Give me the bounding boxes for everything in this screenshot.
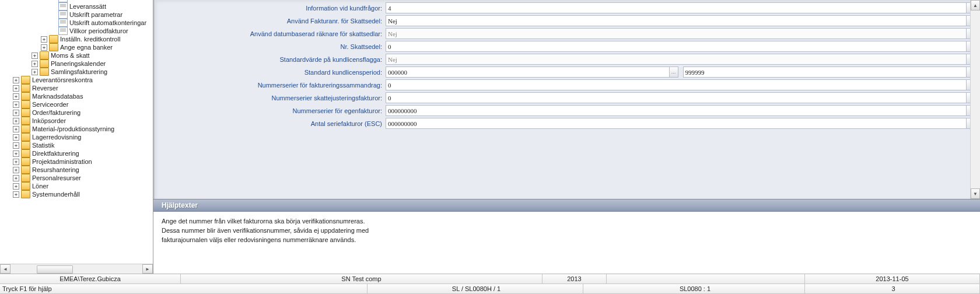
expand-icon[interactable]: + <box>32 61 38 67</box>
tree-item[interactable]: Utskrift automatkonteringar <box>1 19 152 27</box>
tree-item-label: Marknadsdatabas <box>32 92 83 100</box>
form-label: Använd datumbaserad räknare för skattsed… <box>159 30 386 37</box>
form-row: Standard kundlicensperiod:000000…999999 <box>159 66 975 78</box>
tree-item-label: Direktfakturering <box>32 149 79 158</box>
tree-item[interactable]: +Inställn. kreditkontroll <box>1 35 152 43</box>
expand-icon[interactable]: + <box>41 36 47 43</box>
scroll-up-button[interactable]: ▲ <box>971 0 980 10</box>
tree-item-label: Moms & skatt <box>51 51 90 60</box>
form-input[interactable]: 0 <box>386 92 967 103</box>
tree-item[interactable]: +Statistik <box>1 141 152 149</box>
form-label: Använd Fakturanr. för Skattsedel: <box>159 18 386 24</box>
form-row: Nummerserier för egenfakturor:000000000 <box>159 105 975 116</box>
expand-icon[interactable]: + <box>13 77 19 83</box>
expand-icon[interactable]: + <box>13 102 19 108</box>
tree-item-label: Samlingsfakturering <box>51 68 107 76</box>
form-label: Nummerserier för egenfakturor: <box>159 107 386 114</box>
tree-item[interactable]: +Serviceorder <box>1 100 152 108</box>
scroll-left-button[interactable]: ◄ <box>0 264 10 274</box>
expand-icon[interactable]: + <box>13 183 19 190</box>
expand-icon[interactable]: + <box>32 52 38 59</box>
lookup-button[interactable]: … <box>669 66 678 78</box>
form-input[interactable]: 000000 <box>386 66 670 78</box>
form-input[interactable]: 000000000 <box>386 118 967 129</box>
expand-icon[interactable]: + <box>41 44 47 51</box>
helptext-line: Ange det nummer från vilket fakturorna s… <box>162 216 972 226</box>
folder-icon <box>21 141 30 149</box>
expand-icon[interactable]: + <box>32 69 38 75</box>
tree-item[interactable]: +Material-/produktionsstyrning <box>1 125 152 133</box>
expand-icon[interactable]: + <box>13 142 19 149</box>
tree-item-label: Reverser <box>32 84 58 92</box>
form-input[interactable]: 0 <box>386 41 967 52</box>
tree-item[interactable]: +Leverantörsreskontra <box>1 76 152 84</box>
page-icon <box>58 27 68 35</box>
page-icon <box>58 10 68 19</box>
expand-icon[interactable]: + <box>13 150 19 157</box>
expand-icon[interactable]: + <box>13 191 19 198</box>
tree-item[interactable]: +Lagerredovisning <box>1 133 152 141</box>
form-input[interactable]: 0 <box>386 79 967 90</box>
scroll-thumb[interactable] <box>37 265 73 274</box>
tree-horizontal-scrollbar[interactable]: ◄ ► <box>0 264 153 274</box>
form-input[interactable]: 4 <box>386 2 967 13</box>
tree-item[interactable]: +Samlingsfakturering <box>1 68 152 76</box>
tree-item[interactable]: +Systemunderhåll <box>1 190 152 198</box>
status-session: SL0080 : 1 <box>583 284 805 294</box>
scroll-right-button[interactable]: ► <box>142 264 153 274</box>
tree-item[interactable]: +Marknadsdatabas <box>1 92 152 100</box>
tree-item[interactable]: +Inköpsorder <box>1 117 152 125</box>
tree-item[interactable]: +Moms & skatt <box>1 51 152 60</box>
tree-item[interactable]: +Order/fakturering <box>1 108 152 117</box>
expand-icon[interactable]: + <box>13 167 19 173</box>
status-line: 3 <box>805 284 980 294</box>
tree-item[interactable]: Utskrift parametrar <box>1 10 152 19</box>
expand-icon[interactable]: + <box>13 126 19 132</box>
tree-item-label: Planeringskalender <box>51 60 106 68</box>
helptext-header: Hjälptexter <box>153 199 980 212</box>
tree-item[interactable]: +Direktfakturering <box>1 149 152 158</box>
form-select[interactable]: Nej <box>386 15 967 26</box>
folder-icon <box>21 133 30 141</box>
status-user: EMEA\Terez.Gubicza <box>0 274 181 284</box>
tree-item[interactable]: +Ange egna banker <box>1 43 152 51</box>
tree-item[interactable]: +Resurshantering <box>1 166 152 174</box>
form-label: Nummerserier för faktureringssammandrag: <box>159 82 386 89</box>
expand-icon[interactable]: + <box>13 134 19 141</box>
helptext-line: Dessa nummer blir även verifikationsnumm… <box>162 226 972 235</box>
expand-icon[interactable]: + <box>13 159 19 165</box>
tree-item[interactable]: +Planeringskalender <box>1 60 152 68</box>
form-label: Nummerserier skattejusteringsfakturor: <box>159 94 386 102</box>
expand-icon[interactable]: + <box>13 85 19 92</box>
form-row: Nr. Skattsedel:0 <box>159 41 975 52</box>
form-row: Standardvärde på kundlicensflagga:Nej <box>159 54 975 65</box>
expand-icon[interactable]: + <box>13 118 19 124</box>
folder-icon <box>21 92 30 100</box>
folder-icon <box>40 60 49 68</box>
form-select: Nej <box>386 54 967 65</box>
form-label: Standardvärde på kundlicensflagga: <box>159 56 386 63</box>
form-row: Använd datumbaserad räknare för skattsed… <box>159 28 975 39</box>
form-input[interactable]: 000000000 <box>386 105 967 116</box>
expand-icon[interactable]: + <box>13 175 19 181</box>
tree-item[interactable]: +Personalresurser <box>1 174 152 182</box>
tree-item[interactable]: +Projektadministration <box>1 158 152 166</box>
folder-icon <box>21 166 30 174</box>
expand-icon[interactable]: + <box>13 93 19 100</box>
tree-item-label: Serviceorder <box>32 100 68 108</box>
tree-item[interactable]: Villkor periodfakturor <box>1 27 152 35</box>
form-vertical-scrollbar[interactable]: ▲ ▼ <box>970 0 980 199</box>
folder-icon <box>21 149 30 158</box>
tree-item[interactable]: Leveranssätt <box>1 2 152 10</box>
expand-icon[interactable]: + <box>13 110 19 116</box>
tree-item-label: Leverantörsreskontra <box>32 76 93 84</box>
tree-item[interactable]: +Reverser <box>1 84 152 92</box>
tree-item-label: Resurshantering <box>32 166 79 174</box>
status-bar-1: EMEA\Terez.Gubicza SN Test comp 2013 201… <box>0 274 980 284</box>
tree-item-label: Löner <box>32 182 48 190</box>
folder-icon <box>21 125 30 133</box>
folder-icon <box>49 43 58 51</box>
form-input[interactable]: 999999 <box>683 66 967 78</box>
tree-item[interactable]: +Löner <box>1 182 152 190</box>
scroll-down-button[interactable]: ▼ <box>971 188 980 199</box>
